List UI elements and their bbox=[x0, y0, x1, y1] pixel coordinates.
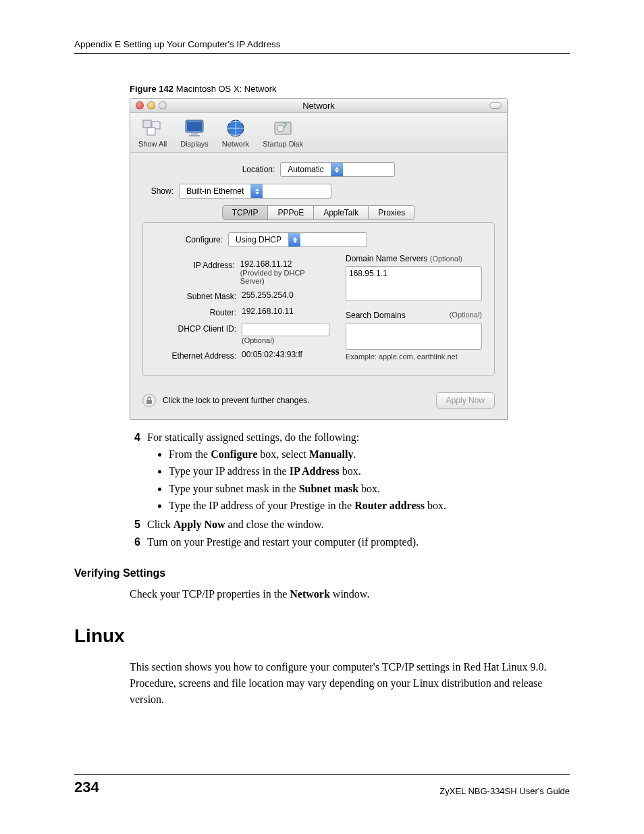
router-label: Router: bbox=[155, 307, 236, 317]
step-number: 5 bbox=[130, 517, 140, 532]
configure-label: Configure: bbox=[155, 235, 223, 244]
dhcp-client-label: DHCP Client ID: bbox=[155, 323, 236, 334]
tab-pppoe[interactable]: PPPoE bbox=[267, 205, 313, 220]
window-footer: Click the lock to prevent further change… bbox=[130, 383, 507, 419]
toolbar-label: Startup Disk bbox=[263, 140, 303, 148]
ethernet-value: 00:05:02:43:93:ff bbox=[242, 350, 302, 359]
figure-title: Macintosh OS X: Network bbox=[173, 84, 276, 94]
svg-rect-6 bbox=[189, 135, 200, 136]
step-number: 6 bbox=[130, 534, 140, 550]
startup-disk-icon: ? bbox=[271, 118, 294, 138]
router-value: 192.168.10.11 bbox=[242, 307, 294, 316]
tab-proxies[interactable]: Proxies bbox=[368, 205, 415, 220]
toolbar-show-all[interactable]: Show All bbox=[138, 118, 167, 148]
toolbar: Show All Displays Network ? Startup Disk bbox=[130, 113, 507, 153]
dhcp-client-input[interactable] bbox=[242, 323, 329, 336]
dhcp-client-note: (Optional) bbox=[242, 336, 329, 344]
verifying-text: Check your TCP/IP properties in the Netw… bbox=[130, 586, 570, 602]
tab-appletalk[interactable]: AppleTalk bbox=[313, 205, 368, 220]
ip-note: (Provided by DHCP Server) bbox=[240, 269, 329, 285]
show-label: Show: bbox=[146, 186, 173, 196]
search-domains-example: Example: apple.com, earthlink.net bbox=[346, 353, 482, 361]
dns-optional: (Optional) bbox=[430, 255, 462, 263]
instruction-steps: 4 For statically assigned settings, do t… bbox=[130, 429, 570, 550]
step-text: Click Apply Now and close the window. bbox=[147, 517, 324, 532]
page-header: Appendix E Setting up Your Computer's IP… bbox=[74, 39, 570, 54]
svg-rect-5 bbox=[191, 133, 198, 135]
configure-select[interactable]: Using DHCP bbox=[228, 232, 367, 247]
svg-rect-4 bbox=[187, 122, 202, 131]
bullet-item: Type your IP address in the IP Address b… bbox=[169, 463, 446, 479]
tab-tcpip[interactable]: TCP/IP bbox=[222, 205, 268, 220]
subnet-value: 255.255.254.0 bbox=[242, 290, 294, 300]
ip-value: 192.168.11.12 bbox=[240, 259, 329, 269]
figure-caption: Figure 142 Macintosh OS X: Network bbox=[130, 84, 570, 94]
verifying-heading: Verifying Settings bbox=[74, 567, 570, 579]
guide-name: ZyXEL NBG-334SH User's Guide bbox=[439, 786, 570, 796]
search-domains-label: Search Domains bbox=[346, 311, 406, 320]
show-select[interactable]: Built-in Ethernet bbox=[179, 184, 331, 199]
show-value: Built-in Ethernet bbox=[180, 186, 250, 196]
svg-text:?: ? bbox=[283, 122, 287, 129]
window-titlebar: Network bbox=[130, 99, 507, 113]
dns-input[interactable]: 168.95.1.1 bbox=[346, 266, 482, 301]
lock-icon[interactable] bbox=[142, 394, 156, 407]
location-label: Location: bbox=[242, 165, 275, 174]
toolbar-displays[interactable]: Displays bbox=[180, 118, 209, 148]
show-all-icon bbox=[141, 118, 164, 138]
dropdown-arrow-icon bbox=[331, 163, 343, 176]
step-text: For statically assigned settings, do the… bbox=[147, 432, 359, 443]
mac-network-window: Network Show All Displays Network ? St bbox=[130, 98, 508, 420]
figure-number: Figure 142 bbox=[130, 84, 173, 94]
linux-heading: Linux bbox=[74, 625, 570, 647]
location-select[interactable]: Automatic bbox=[280, 162, 395, 177]
page-number: 234 bbox=[74, 779, 99, 796]
dropdown-arrow-icon bbox=[250, 184, 263, 198]
dropdown-arrow-icon bbox=[288, 233, 300, 246]
ip-label: IP Address: bbox=[155, 259, 235, 270]
window-title: Network bbox=[130, 101, 507, 111]
window-content: Location: Automatic Show: Built-in Ether… bbox=[130, 153, 507, 383]
step-number: 4 bbox=[130, 429, 140, 515]
page-footer: 234 ZyXEL NBG-334SH User's Guide bbox=[74, 774, 570, 796]
svg-rect-2 bbox=[147, 128, 155, 135]
linux-paragraph: This section shows you how to configure … bbox=[130, 659, 570, 708]
toolbar-startup-disk[interactable]: ? Startup Disk bbox=[263, 118, 303, 148]
toolbar-label: Show All bbox=[138, 140, 167, 148]
toolbar-label: Network bbox=[222, 140, 249, 148]
displays-icon bbox=[183, 118, 206, 138]
right-column: Domain Name Servers (Optional) 168.95.1.… bbox=[346, 254, 482, 366]
toolbar-label: Displays bbox=[180, 140, 209, 148]
location-value: Automatic bbox=[281, 165, 330, 174]
toolbar-network[interactable]: Network bbox=[222, 118, 249, 148]
search-domains-input[interactable] bbox=[346, 323, 482, 350]
subnet-label: Subnet Mask: bbox=[155, 290, 236, 301]
apply-now-button[interactable]: Apply Now bbox=[436, 392, 495, 409]
search-domains-optional: (Optional) bbox=[450, 311, 482, 320]
ethernet-label: Ethernet Address: bbox=[155, 350, 236, 361]
step-text: Turn on your Prestige and restart your c… bbox=[147, 534, 419, 550]
lock-text: Click the lock to prevent further change… bbox=[163, 396, 309, 405]
configure-value: Using DHCP bbox=[229, 235, 288, 244]
tabs: TCP/IP PPPoE AppleTalk Proxies bbox=[142, 205, 495, 220]
network-icon bbox=[224, 118, 247, 138]
bullet-item: Type your subnet mask in the Subnet mask… bbox=[169, 481, 446, 496]
svg-rect-0 bbox=[143, 120, 151, 128]
tcpip-panel: Configure: Using DHCP IP Address: 192.16… bbox=[142, 222, 495, 376]
bullet-item: Type the IP address of your Prestige in … bbox=[169, 498, 446, 513]
dns-label: Domain Name Servers bbox=[346, 254, 427, 263]
bullet-item: From the Configure box, select Manually. bbox=[169, 446, 446, 462]
svg-rect-11 bbox=[146, 400, 152, 404]
left-column: IP Address: 192.168.11.12 (Provided by D… bbox=[155, 254, 329, 366]
